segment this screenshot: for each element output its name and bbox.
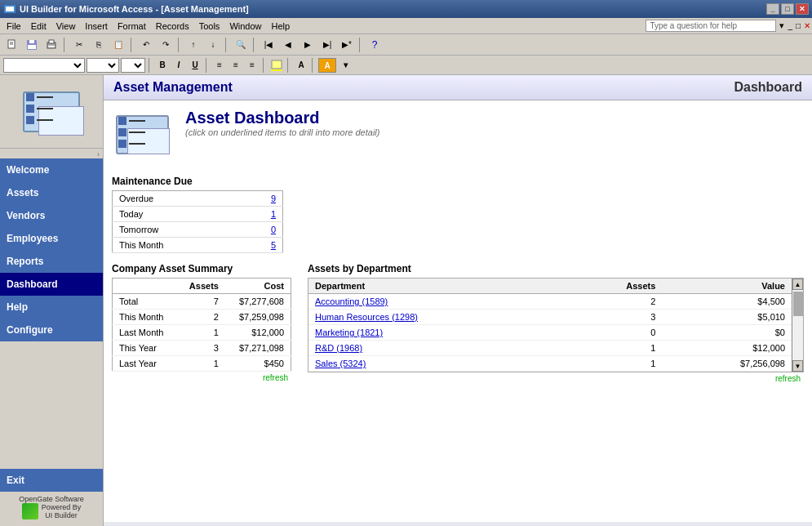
toolbar-sep-3	[178, 38, 181, 52]
help-search-box[interactable]: Type a question for help	[646, 20, 776, 32]
minimize-icon[interactable]: _	[788, 21, 792, 30]
help-btn[interactable]: ?	[366, 37, 384, 53]
align-center-btn[interactable]: ≡	[229, 58, 243, 73]
sidebar-collapse-arrow[interactable]: ›	[0, 150, 103, 158]
dashboard-title-block: Asset Dashboard (click on underlined ite…	[185, 109, 379, 137]
restore-button[interactable]: □	[781, 3, 794, 15]
app-icon	[3, 2, 16, 16]
close-button[interactable]: ✕	[796, 3, 809, 15]
scroll-up-btn[interactable]: ▲	[792, 279, 803, 290]
menu-bar: File Edit View Insert Format Records Too…	[0, 18, 812, 34]
page-title: Asset Management	[113, 80, 233, 95]
restore-icon[interactable]: □	[796, 21, 801, 30]
copy-btn[interactable]: ⎘	[90, 37, 108, 53]
nav-last[interactable]: ▶|	[318, 37, 336, 53]
dash-line-1	[129, 120, 145, 122]
sidebar-item-vendors[interactable]: Vendors	[0, 204, 103, 227]
content-body: Asset Dashboard (click on underlined ite…	[104, 100, 812, 522]
menu-window[interactable]: Window	[224, 20, 266, 33]
maint-value[interactable]: 1	[242, 207, 283, 222]
nav-next[interactable]: ▶	[299, 37, 317, 53]
sidebar-item-help[interactable]: Help	[0, 296, 103, 319]
dept-refresh[interactable]: refresh	[308, 372, 804, 385]
sidebar-item-configure[interactable]: Configure	[0, 319, 103, 341]
save-btn[interactable]	[23, 37, 41, 53]
dept-header: Assets by Department	[308, 263, 804, 274]
menu-help[interactable]: Help	[267, 20, 295, 33]
dashboard-title: Asset Dashboard	[185, 109, 379, 127]
highlight-btn[interactable]: A	[318, 58, 336, 73]
scroll-down-btn[interactable]: ▼	[792, 360, 803, 372]
bold-btn[interactable]: B	[155, 58, 170, 73]
col-assets: Assets	[177, 279, 225, 294]
close-icon[interactable]: ✕	[804, 21, 810, 30]
sidebar-item-welcome[interactable]: Welcome	[0, 158, 103, 181]
format-sep-2	[206, 58, 209, 73]
help-right: Type a question for help ▾ _ □ ✕	[646, 20, 810, 32]
sidebar-item-reports[interactable]: Reports	[0, 250, 103, 273]
dept-value: $0	[662, 325, 792, 341]
font-color-btn[interactable]: A	[294, 58, 308, 73]
dept-name[interactable]: Marketing (1821)	[308, 325, 567, 341]
dept-col-assets: Assets	[567, 279, 662, 294]
maint-value[interactable]: 5	[242, 238, 283, 253]
maint-value[interactable]: 0	[242, 222, 283, 238]
sidebar-logo	[0, 75, 103, 149]
nav-first[interactable]: |◀	[260, 37, 277, 53]
menu-view[interactable]: View	[51, 20, 81, 33]
dept-col-dept: Department	[308, 279, 567, 294]
sidebar-item-assets[interactable]: Assets	[0, 181, 103, 204]
align-left-btn[interactable]: ≡	[212, 58, 227, 73]
italic-btn[interactable]: I	[171, 58, 186, 73]
menu-edit[interactable]: Edit	[26, 20, 51, 33]
summary-refresh[interactable]: refresh	[112, 372, 291, 384]
maintenance-header: Maintenance Due	[112, 176, 804, 187]
underline-btn[interactable]: U	[188, 58, 202, 73]
redo-btn[interactable]: ↷	[157, 37, 175, 53]
fill-color-btn[interactable]	[269, 58, 284, 73]
cut-btn[interactable]: ✂	[70, 37, 88, 53]
font-size-dropdown[interactable]	[87, 58, 119, 73]
dept-name[interactable]: Human Resources (1298)	[308, 310, 567, 325]
dept-name[interactable]: Sales (5324)	[308, 356, 567, 372]
sort-asc-btn[interactable]: ↑	[184, 37, 202, 53]
company-summary-header: Company Asset Summary	[112, 263, 291, 274]
nav-prev[interactable]: ◀	[279, 37, 297, 53]
font-name-dropdown[interactable]	[3, 58, 85, 73]
maint-value[interactable]: 9	[242, 191, 283, 207]
sidebar-item-employees[interactable]: Employees	[0, 227, 103, 250]
menu-tools[interactable]: Tools	[194, 20, 225, 33]
format-extra-btn[interactable]: ▾	[338, 58, 353, 73]
menu-file[interactable]: File	[2, 20, 26, 33]
sort-desc-btn[interactable]: ↓	[204, 37, 222, 53]
dept-name[interactable]: R&D (1968)	[308, 341, 567, 356]
help-arrow[interactable]: ▾	[779, 20, 784, 31]
dept-assets: 3	[567, 310, 662, 325]
dept-name[interactable]: Accounting (1589)	[308, 294, 567, 310]
exit-button[interactable]: Exit	[0, 469, 103, 492]
new-btn[interactable]	[3, 37, 21, 53]
toolbar-sep-1	[64, 38, 67, 52]
print-btn[interactable]	[42, 37, 60, 53]
format-sep-1	[149, 58, 152, 73]
minimize-button[interactable]: _	[766, 3, 779, 15]
title-bar: UI Builder for Microsoft Access - [Asset…	[0, 0, 812, 18]
toolbar-sep-6	[359, 38, 362, 52]
paste-btn[interactable]: 📋	[109, 37, 127, 53]
menu-format[interactable]: Format	[113, 20, 151, 33]
nav-new[interactable]: ▶*	[338, 37, 356, 53]
tables-row: Company Asset Summary Assets Cost Total7…	[112, 263, 804, 385]
find-btn[interactable]: 🔍	[232, 37, 250, 53]
align-right-btn[interactable]: ≡	[245, 58, 260, 73]
menu-insert[interactable]: Insert	[80, 20, 113, 33]
undo-btn[interactable]: ↶	[137, 37, 155, 53]
summary-cell-cost: $12,000	[225, 325, 291, 341]
svg-text:A: A	[324, 61, 330, 70]
sidebar-item-dashboard[interactable]: Dashboard	[0, 273, 103, 296]
dash-check-3	[118, 140, 126, 148]
summary-cell-assets: 7	[177, 294, 225, 310]
scroll-thumb[interactable]	[793, 292, 803, 316]
toolbar-sep-5	[253, 38, 256, 52]
menu-records[interactable]: Records	[151, 20, 194, 33]
font-extra-dropdown[interactable]	[121, 58, 145, 73]
